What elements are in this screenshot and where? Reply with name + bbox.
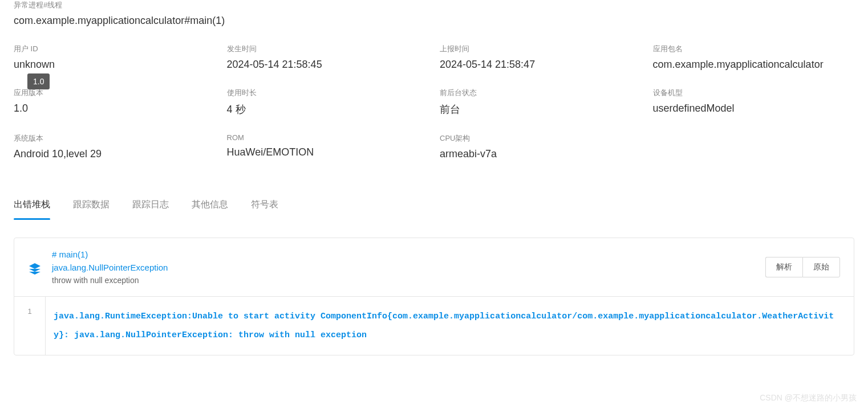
report-time-label: 上报时间 bbox=[440, 44, 642, 54]
foreground-status-value: 前台 bbox=[440, 103, 642, 116]
stack-exception-class[interactable]: java.lang.NullPointerException bbox=[52, 263, 765, 272]
package-name-label: 应用包名 bbox=[653, 44, 855, 54]
rom-label: ROM bbox=[227, 133, 429, 142]
user-id-value: unknown bbox=[14, 59, 216, 71]
usage-duration-value: 4 秒 bbox=[227, 103, 429, 116]
cpu-arch-value: armeabi-v7a bbox=[440, 148, 642, 160]
stack-layers-icon bbox=[28, 262, 42, 277]
system-version-label: 系统版本 bbox=[14, 133, 216, 144]
rom-value: HuaWei/EMOTION bbox=[227, 146, 429, 158]
tabs-container: 出错堆栈 跟踪数据 跟踪日志 其他信息 符号表 bbox=[14, 194, 854, 220]
process-thread-label: 异常进程#线程 bbox=[14, 0, 854, 10]
tab-symbol-table[interactable]: 符号表 bbox=[251, 194, 278, 220]
stack-thread-name[interactable]: # main(1) bbox=[52, 250, 765, 259]
tab-error-stack[interactable]: 出错堆栈 bbox=[14, 194, 50, 220]
user-id-label: 用户 ID bbox=[14, 44, 216, 54]
device-model-label: 设备机型 bbox=[653, 88, 855, 98]
parse-button[interactable]: 解析 bbox=[765, 257, 802, 277]
stack-panel: # main(1) java.lang.NullPointerException… bbox=[14, 238, 854, 355]
package-name-value: com.example.myapplicationcalculator bbox=[653, 59, 855, 71]
process-thread-value: com.example.myapplicationcalculator#main… bbox=[14, 15, 854, 27]
foreground-status-label: 前后台状态 bbox=[440, 88, 642, 98]
raw-button[interactable]: 原始 bbox=[802, 257, 840, 277]
stack-exception-message: throw with null exception bbox=[52, 276, 765, 285]
trace-line-number: 1 bbox=[14, 297, 46, 355]
occurrence-time-value: 2024-05-14 21:58:45 bbox=[227, 59, 429, 71]
tab-other-info[interactable]: 其他信息 bbox=[192, 194, 228, 220]
cpu-arch-label: CPU架构 bbox=[440, 133, 642, 144]
device-model-value: userdefinedModel bbox=[653, 103, 855, 114]
occurrence-time-label: 发生时间 bbox=[227, 44, 429, 54]
trace-content: java.lang.RuntimeException:Unable to sta… bbox=[46, 297, 854, 355]
tab-trace-data[interactable]: 跟踪数据 bbox=[73, 194, 109, 220]
app-version-value: 1.0 bbox=[14, 103, 216, 114]
usage-duration-label: 使用时长 bbox=[227, 88, 429, 98]
tab-trace-log[interactable]: 跟踪日志 bbox=[132, 194, 169, 220]
system-version-value: Android 10,level 29 bbox=[14, 148, 216, 160]
version-tooltip: 1.0 bbox=[27, 73, 50, 89]
report-time-value: 2024-05-14 21:58:47 bbox=[440, 59, 642, 71]
